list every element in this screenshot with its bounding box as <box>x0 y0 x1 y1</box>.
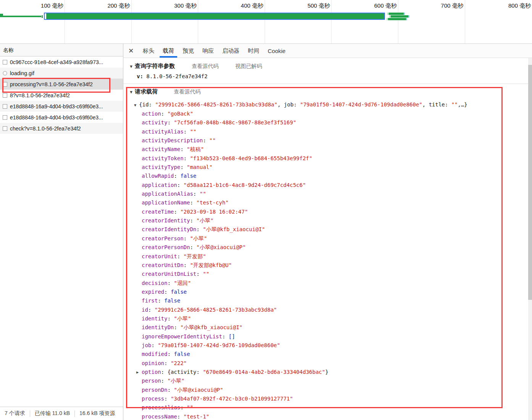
request-bar-small[interactable] <box>386 18 407 20</box>
request-bar-tick[interactable] <box>42 15 43 18</box>
query-string-title[interactable]: 查询字符串参数 <box>135 63 175 70</box>
payload-entry-allowRapid: allowRapid: false <box>123 172 528 180</box>
request-name: e18d8848-16a9-4d04-b9d3-c69f60e3... <box>10 114 103 121</box>
image-icon <box>3 71 7 76</box>
file-icon <box>3 104 7 109</box>
close-icon[interactable]: ✕ <box>123 44 139 58</box>
request-bar-selected[interactable] <box>44 13 385 20</box>
file-icon <box>3 126 7 131</box>
chevron-right-icon[interactable]: ▶ <box>136 368 139 377</box>
request-detail-panel: ✕ 标头 载荷 预览 响应 启动器 时间 Cookie ▼ 查询字符串参数 查看… <box>123 44 532 420</box>
payload-entry-creatorPerson: creatorPerson: "小翠" <box>123 234 528 243</box>
request-name: processing?v=8.1.0-56-2fea7e34f2 <box>10 81 93 87</box>
tab-headers[interactable]: 标头 <box>139 44 158 58</box>
payload-entry-processAlias: processAlias: "" <box>123 403 528 412</box>
payload-entry-modified: modified: false <box>123 350 528 359</box>
request-name: check?v=8.1.0-56-2fea7e34f2 <box>10 126 81 132</box>
request-name: 0c967ccc-91e8-4cef-a349-a928fa973... <box>10 59 103 65</box>
request-list: 名称 0c967ccc-91e8-4cef-a349-a928fa973... … <box>0 44 123 407</box>
file-icon <box>3 82 7 87</box>
tab-cookies[interactable]: Cookie <box>264 44 290 58</box>
request-name: 8?v=8.1.0-56-2fea7e34f2 <box>10 92 70 98</box>
payload-entry-option[interactable]: ▶option: {activity: "670e8649-014a-4ab2-… <box>123 368 528 377</box>
payload-entry-applicationName: applicationName: "test-cyh" <box>123 198 528 207</box>
detail-tab-bar: ✕ 标头 载荷 预览 响应 启动器 时间 Cookie <box>123 44 532 58</box>
tab-timing[interactable]: 时间 <box>244 44 264 58</box>
chevron-down-icon[interactable]: ▼ <box>129 90 133 94</box>
payload-section-header: ▼ 请求载荷 查看源代码 <box>123 84 532 95</box>
request-name: e18d8848-16a9-4d04-b9d3-c69f60e3... <box>10 103 103 109</box>
request-row[interactable]: loading.gif <box>0 68 123 79</box>
view-decoded-link[interactable]: 视图已解码 <box>235 63 262 70</box>
payload-entry-creatorPersonDn: creatorPersonDn: "小翠@xiaocui@P" <box>123 243 528 252</box>
waterfall-bars <box>0 0 532 43</box>
request-bar-fill <box>45 13 384 19</box>
query-string-section-header: ▼ 查询字符串参数 查看源代码 视图已解码 <box>123 58 532 70</box>
payload-entry-opinion: opinion: "222" <box>123 359 528 368</box>
tab-response[interactable]: 响应 <box>198 44 218 58</box>
payload-entry-expired: expired: false <box>123 288 528 296</box>
request-bar-small[interactable] <box>389 15 409 18</box>
scrollbar-thumb[interactable] <box>528 65 532 300</box>
payload-entry-createTime: createTime: "2023-09-18 16:02:47" <box>123 208 528 216</box>
query-param-row: v: 8.1.0-56-2fea7e34f2 <box>123 70 532 79</box>
file-icon <box>3 115 7 120</box>
payload-entry-applicationAlias: applicationAlias: "" <box>123 190 528 198</box>
request-row[interactable]: 8?v=8.1.0-56-2fea7e34f2 <box>0 90 123 101</box>
request-bar-thin[interactable] <box>0 16 41 17</box>
request-row[interactable]: e18d8848-16a9-4d04-b9d3-c69f60e3... <box>0 101 123 112</box>
payload-entry-creatorUnit: creatorUnit: "开发部" <box>123 252 528 261</box>
payload-entry-activityAlias: activityAlias: "" <box>123 127 528 136</box>
payload-object-summary[interactable]: ▼{id: "29991c26-5866-4825-8261-73b3abc93… <box>123 100 528 109</box>
tab-payload[interactable]: 载荷 <box>158 44 178 58</box>
status-transferred: 已传输 11.0 kB <box>30 410 74 417</box>
devtools-network-panel: 100 毫秒 200 毫秒 300 毫秒 400 毫秒 500 毫秒 600 毫… <box>0 0 532 420</box>
payload-entry-identity: identity: "小翠" <box>123 314 528 323</box>
chevron-down-icon[interactable]: ▼ <box>129 64 133 69</box>
request-name: loading.gif <box>10 70 34 76</box>
payload-entry-first: first: false <box>123 296 528 305</box>
payload-entry-activityName: activityName: "核稿" <box>123 145 528 154</box>
payload-entry-decision: decision: "退回" <box>123 279 528 288</box>
payload-entry-personDn: personDn: "小翠@xiaocui@P" <box>123 386 528 394</box>
status-request-count: 7 个请求 <box>0 410 30 417</box>
payload-entry-creatorIdentity: creatorIdentity: "小翠" <box>123 216 528 225</box>
payload-entry-activityType: activityType: "manual" <box>123 163 528 172</box>
payload-entry-activity: activity: "7cf56fa0-848b-488c-9867-88e3e… <box>123 118 528 127</box>
request-row[interactable]: e18d8848-16a9-4d04-b9d3-c69f60e3... <box>0 112 123 123</box>
view-source-link[interactable]: 查看源代码 <box>174 89 201 95</box>
payload-entry-person: person: "小翠" <box>123 377 528 385</box>
payload-entry-creatorUnitDn: creatorUnitDn: "开发部@kfb@U" <box>123 261 528 270</box>
payload-entry-ignoreEmpowerIdentityList: ignoreEmpowerIdentityList: [] <box>123 332 528 341</box>
query-param-key: v: <box>137 73 143 79</box>
payload-entry-job: job: "79a01f50-1407-424d-9d76-109dad0e86… <box>123 341 528 350</box>
payload-entry-creatorUnitDnList: creatorUnitDnList: "" <box>123 270 528 278</box>
request-row-selected[interactable]: processing?v=8.1.0-56-2fea7e34f2 <box>0 79 123 90</box>
payload-entry-id: id: "29991c26-5866-4825-8261-73b3abc93d8… <box>123 306 528 314</box>
payload-entry-activityDescription: activityDescription: "" <box>123 136 528 145</box>
file-icon <box>3 93 7 98</box>
payload-entry-processName: processName: "test-1" <box>123 412 528 420</box>
payload-title[interactable]: 请求载荷 <box>135 88 158 95</box>
chevron-down-icon: ▼ <box>134 101 136 109</box>
file-icon <box>3 60 7 64</box>
request-row[interactable]: 0c967ccc-91e8-4cef-a349-a928fa973... <box>0 56 123 68</box>
tab-preview[interactable]: 预览 <box>178 44 198 58</box>
tab-initiator[interactable]: 启动器 <box>218 44 244 58</box>
payload-entry-action: action: "goBack" <box>123 109 528 118</box>
status-resources: 16.6 kB 项资源 <box>75 410 120 417</box>
request-list-header[interactable]: 名称 <box>0 44 123 56</box>
request-row[interactable]: check?v=8.1.0-56-2fea7e34f2 <box>0 123 123 134</box>
payload-tree: ▼{id: "29991c26-5866-4825-8261-73b3abc93… <box>123 100 528 420</box>
payload-entry-activityToken: activityToken: "f134b523-0e68-4ed9-b684-… <box>123 154 528 163</box>
request-bar-small[interactable] <box>387 13 405 15</box>
view-source-link[interactable]: 查看源代码 <box>192 63 218 70</box>
payload-tree-rows: action: "goBack"activity: "7cf56fa0-848b… <box>123 109 528 420</box>
payload-entry-creatorIdentityDn: creatorIdentityDn: "小翠@kfb_xiaocui@I" <box>123 225 528 234</box>
waterfall-overview: 100 毫秒 200 毫秒 300 毫秒 400 毫秒 500 毫秒 600 毫… <box>0 0 532 44</box>
query-param-value: 8.1.0-56-2fea7e34f2 <box>146 73 207 79</box>
payload-entry-identityDn: identityDn: "小翠@kfb_xiaocui@I" <box>123 323 528 332</box>
payload-entry-process: process: "3db4af07-892f-472c-b3c0-b21099… <box>123 394 528 403</box>
status-bar: 7 个请求 已传输 11.0 kB 16.6 kB 项资源 <box>0 407 123 420</box>
payload-entry-application: application: "d58aa121-b1c6-4ac8-9d24-d6… <box>123 181 528 190</box>
